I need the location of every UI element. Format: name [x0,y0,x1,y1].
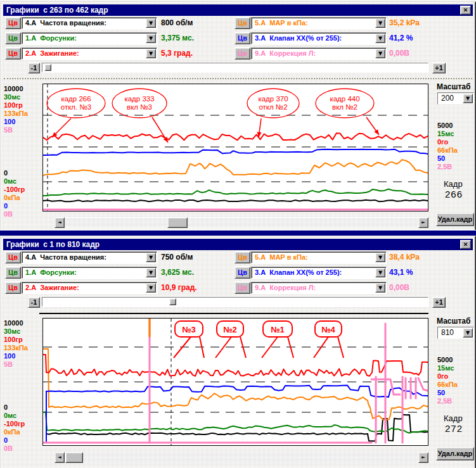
channel-value: 0,00В [389,282,462,294]
channel-dropdown[interactable]: 3.А Клапан ХХ(% от 255):▼ [251,267,387,279]
close-button[interactable]: ✕ [460,6,471,15]
trace-lambda-correction [418,378,428,391]
dropdown-arrow-icon[interactable]: ▼ [146,18,156,28]
channel-dropdown-value: 5.А МАР в кПа: [255,18,308,28]
channel-dropdown-value: 3.А Клапан ХХ(% от 255): [255,33,342,44]
axis-labels-bottom: 00мс-100гр0кПа00В [4,169,42,218]
delete-frame-button[interactable]: Удал.кадр [436,213,474,226]
timeline-scrollbar[interactable]: ◄ ► [55,217,428,228]
frame-slider[interactable] [42,297,428,307]
channel-dropdown[interactable]: 9.А Коррекция Л:▼ [251,47,387,60]
scale-label: Масштаб [437,82,470,91]
color-button[interactable]: Цв [5,282,21,294]
channel-dropdown[interactable]: 2.А Зажигание:▼ [22,282,157,294]
slider-thumb[interactable] [169,298,176,305]
color-button[interactable]: Цв [235,267,250,279]
channel-value: 41,2 % [389,32,462,44]
close-button[interactable]: ✕ [460,240,471,249]
callout-leg [314,337,328,358]
color-button[interactable]: Цв [235,47,250,60]
channel-value: 800 об/м [161,17,234,29]
dropdown-arrow-icon[interactable]: ▼ [146,268,156,277]
color-button[interactable]: Цв [235,282,250,294]
titlebar[interactable]: Графики с 1 по 810 кадр ✕ [3,239,473,250]
plot-area[interactable]: №3№2№1№4 [42,318,428,446]
channel-dropdown[interactable]: 4.А Частота вращения:▼ [22,251,157,263]
color-button[interactable]: Цв [235,17,250,29]
scale-dropdown[interactable]: 810 ▼ [437,327,474,339]
trace-rpm [43,200,428,202]
channel-dropdown[interactable]: 2.А Зажигание:▼ [22,47,157,60]
channel-dropdown[interactable]: 9.А Коррекция Л:▼ [251,282,387,294]
channel-value: 0,00В [389,47,462,60]
axis-label: 10000 [4,319,42,327]
dropdown-arrow-icon[interactable]: ▼ [146,253,156,262]
axis-label: 30мс [4,93,42,101]
dropdown-arrow-icon[interactable]: ▼ [375,253,385,262]
dropdown-arrow-icon[interactable]: ▼ [375,283,385,293]
axis-label: 66кПа [437,381,475,389]
titlebar[interactable]: Графики с 263 по 462 кадр ✕ [3,4,473,16]
scroll-right-icon[interactable]: ► [418,452,428,463]
scrollbar-thumb[interactable] [167,217,188,228]
channel-dropdown[interactable]: 1.А Форсунки:▼ [22,267,157,279]
callout-text: вкл №3 [127,103,152,111]
channel-dropdown-value: 3.А Клапан ХХ(% от 255): [255,267,342,278]
color-button[interactable]: Цв [5,47,21,60]
step-forward-button[interactable]: +1 [432,63,446,73]
scrollbar-thumb[interactable] [65,452,83,463]
dropdown-arrow-icon[interactable]: ▼ [463,94,473,103]
dropdown-arrow-icon[interactable]: ▼ [375,268,385,277]
step-back-button[interactable]: -1 [28,297,40,308]
color-button[interactable]: Цв [5,251,21,263]
color-button[interactable]: Цв [5,32,21,44]
dropdown-arrow-icon[interactable]: ▼ [463,328,473,338]
trace-idle-valve [43,149,428,155]
scroll-left-icon[interactable]: ◄ [55,217,65,228]
window-graphs-263-462: Графики с 263 по 462 кадр ✕ Цв4.А Частот… [0,1,476,232]
scroll-left-icon[interactable]: ◄ [55,452,65,463]
color-button[interactable]: Цв [5,17,21,29]
trace-map [49,393,428,420]
axis-label: 66кПа [437,146,475,155]
delete-frame-button[interactable]: Удал.кадр [436,447,474,460]
dropdown-arrow-icon[interactable]: ▼ [375,34,385,43]
axis-label: 100гр [4,101,42,110]
scroll-right-icon[interactable]: ► [418,217,428,228]
channel-dropdown[interactable]: 5.А МАР в кПа:▼ [251,17,387,29]
slider-thumb[interactable] [44,64,51,71]
trace-ignition [409,372,421,375]
color-button[interactable]: Цв [235,251,250,263]
axis-label: 0мс [4,412,42,420]
dropdown-arrow-icon[interactable]: ▼ [146,283,156,293]
timeline-scrollbar[interactable]: ◄ ► [55,452,428,463]
channel-dropdown-value: 9.А Коррекция Л: [255,282,316,293]
trace-ignition [43,133,428,140]
axis-label: 100 [4,118,42,126]
color-button[interactable]: Цв [235,32,250,44]
channel-dropdown[interactable]: 3.А Клапан ХХ(% от 255):▼ [251,32,387,44]
color-button[interactable]: Цв [5,267,21,279]
dropdown-arrow-icon[interactable]: ▼ [375,49,385,58]
channel-dropdown[interactable]: 5.А МАР в кПа:▼ [251,251,387,263]
step-back-button[interactable]: -1 [28,63,40,73]
plot-area[interactable]: кадр 266откл. №3кадр 333вкл №3кадр 370от… [42,84,428,212]
channel-dropdown[interactable]: 4.А Частота вращения:▼ [22,17,157,29]
frame-slider[interactable] [42,63,428,72]
dropdown-arrow-icon[interactable]: ▼ [146,49,156,58]
axis-labels-bottom: 00мс-100гр0кПа00В [4,403,42,453]
axis-label: 2,5В [437,163,475,171]
channel-dropdown[interactable]: 1.А Форсунки:▼ [22,32,157,44]
axis-label: 15мс [437,130,475,138]
callout-box-label: №3 [182,325,196,334]
trace-ignition [372,361,409,372]
trace-map [43,160,428,175]
scale-dropdown[interactable]: 200 ▼ [437,92,474,104]
axis-label: 0кПа [4,194,42,202]
dropdown-arrow-icon[interactable]: ▼ [146,34,156,43]
step-forward-button[interactable]: +1 [432,297,446,308]
dropdown-arrow-icon[interactable]: ▼ [375,18,385,28]
trace-injectors [43,412,428,433]
axis-label: 50 [437,155,475,163]
callout-text: кадр 333 [124,95,154,103]
